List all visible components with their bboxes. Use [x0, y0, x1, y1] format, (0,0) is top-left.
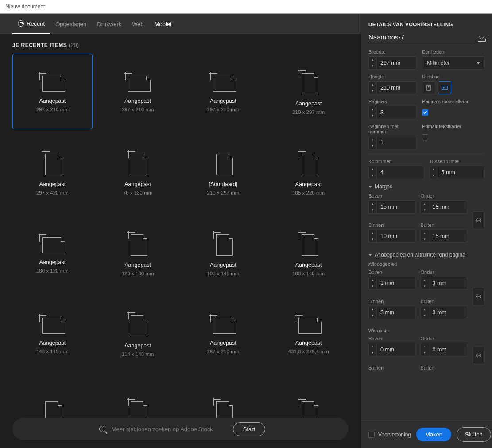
preset-item[interactable]: Aangepast297 x 210 mm	[183, 296, 263, 371]
margin-top-input[interactable]: ▲▼	[368, 200, 415, 214]
preset-item[interactable]: Aangepast70 x 130 mm	[98, 134, 178, 210]
orientation-landscape-button[interactable]	[438, 81, 451, 94]
bleed-section-toggle[interactable]: Afloopgebied en witruimte rond pagina	[368, 252, 485, 258]
preset-title: Aangepast	[124, 343, 151, 349]
preset-title: [Standaard]	[209, 181, 238, 187]
close-button[interactable]: Sluiten	[457, 427, 491, 442]
columns-label: Kolommen	[368, 159, 424, 164]
pages-input[interactable]: ▲▼	[368, 106, 417, 119]
preset-item[interactable]: Aangepast297 x 420 mm	[12, 134, 93, 210]
search-start-button[interactable]: Start	[233, 422, 265, 436]
tab-label: Drukwerk	[97, 21, 121, 27]
search-icon	[99, 426, 105, 432]
document-icon	[210, 315, 236, 334]
preset-title: Aangepast	[124, 262, 151, 268]
margin-bottom-input[interactable]: ▲▼	[421, 200, 468, 214]
bleed-subhead: Afloopgebied	[368, 261, 485, 267]
pages-label: Pagina's	[368, 99, 417, 104]
document-icon	[299, 151, 318, 175]
search-input[interactable]	[112, 426, 227, 432]
preset-dimensions: 180 x 120 mm	[36, 268, 69, 273]
margin-outside-input[interactable]: ▲▼	[421, 230, 468, 243]
bleed-top-input[interactable]: ▲▼	[368, 277, 415, 290]
preset-dimensions: 108 x 148 mm	[292, 271, 325, 276]
preview-checkbox-row[interactable]: Voorvertoning	[368, 432, 411, 438]
preset-item[interactable]: Aangepast108 x 148 mm	[268, 215, 349, 290]
create-button[interactable]: Maken	[416, 428, 451, 441]
primary-text-frame-label: Primair tekstkader	[422, 124, 485, 129]
height-input[interactable]: ▲▼	[368, 81, 417, 94]
slug-subhead: Witruimte	[368, 328, 485, 333]
document-name-input[interactable]: Naamloos-7	[368, 33, 474, 43]
preset-dimensions: 114 x 148 mm	[122, 351, 154, 357]
preset-title: Aangepast	[295, 181, 322, 187]
primary-text-frame-checkbox[interactable]	[422, 134, 428, 140]
document-icon	[39, 315, 65, 334]
margins-link-icon[interactable]	[473, 211, 485, 229]
preset-title: Aangepast	[295, 101, 322, 107]
preset-item[interactable]: Aangepast210 x 297 mm	[268, 54, 349, 129]
tab-drukwerk[interactable]: Drukwerk	[92, 14, 127, 34]
preset-title: Aangepast	[124, 98, 151, 104]
margin-inside-input[interactable]: ▲▼	[368, 230, 415, 243]
tab-mobiel[interactable]: Mobiel	[149, 14, 177, 34]
facing-pages-checkbox[interactable]	[422, 109, 428, 116]
svg-point-3	[443, 87, 445, 89]
document-icon	[299, 70, 318, 94]
tab-recent[interactable]: Recent	[12, 14, 50, 34]
units-select[interactable]: Millimeter	[422, 56, 485, 70]
preset-dimensions: 105 x 148 mm	[207, 271, 239, 276]
bleed-bottom-input[interactable]: ▲▼	[421, 277, 468, 290]
slug-bottom-input[interactable]: ▲▼	[421, 343, 468, 356]
preset-item[interactable]: Aangepast297 x 210 mm	[183, 54, 263, 129]
tab-label: Web	[132, 21, 144, 27]
start-number-input[interactable]: ▲▼	[368, 136, 417, 149]
preset-item[interactable]: Aangepast148 x 115 mm	[12, 296, 93, 371]
preset-item[interactable]: Aangepast431,8 x 279,4 mm	[268, 296, 349, 371]
orientation-label: Richting	[422, 74, 485, 79]
preset-title: Aangepast	[39, 181, 66, 187]
preset-dimensions: 210 x 297 mm	[292, 109, 325, 115]
margins-section-toggle[interactable]: Marges	[368, 183, 485, 190]
preset-dimensions: 148 x 115 mm	[36, 349, 69, 354]
slug-link-icon[interactable]	[473, 347, 485, 364]
tab-web[interactable]: Web	[127, 14, 149, 34]
bleed-inside-input[interactable]: ▲▼	[368, 306, 415, 319]
preset-grid: Aangepast297 x 210 mmAangepast297 x 210 …	[0, 54, 361, 448]
stock-search-bar: Start	[12, 418, 349, 440]
preset-item[interactable]: Aangepast105 x 148 mm	[183, 215, 263, 290]
width-input[interactable]: ▲▼	[368, 56, 417, 70]
gutter-label: Tussenruimte	[430, 159, 485, 164]
preset-item[interactable]: Aangepast297 x 210 mm	[12, 54, 93, 129]
preview-checkbox[interactable]	[368, 432, 375, 438]
preset-item[interactable]: [Standaard]210 x 297 mm	[183, 134, 263, 210]
details-header: DETAILS VAN VOORINSTELLING	[361, 14, 492, 31]
columns-input[interactable]: ▲▼	[368, 166, 424, 179]
preset-item[interactable]: Aangepast120 x 180 mm	[98, 215, 178, 290]
recent-items-header: JE RECENTE ITEMS (20)	[0, 34, 361, 54]
preset-dimensions: 120 x 180 mm	[122, 271, 154, 276]
bleed-outside-input[interactable]: ▲▼	[421, 306, 468, 319]
tab-opgeslagen[interactable]: Opgeslagen	[50, 14, 92, 34]
preset-item[interactable]: Aangepast297 x 210 mm	[98, 54, 178, 129]
save-preset-icon[interactable]	[478, 35, 485, 42]
preset-item[interactable]: Aangepast114 x 148 mm	[98, 296, 178, 371]
preset-dimensions: 297 x 210 mm	[122, 107, 154, 112]
width-label: Breedte	[368, 49, 417, 55]
document-icon	[213, 151, 233, 175]
orientation-portrait-button[interactable]	[422, 81, 435, 94]
preset-dimensions: 431,8 x 279,4 mm	[288, 349, 329, 354]
bleed-link-icon[interactable]	[473, 288, 485, 305]
document-icon	[296, 315, 322, 334]
preset-dimensions: 297 x 210 mm	[36, 107, 69, 112]
document-icon	[43, 151, 62, 175]
svg-rect-2	[442, 86, 447, 90]
gutter-input[interactable]: ▲▼	[430, 166, 485, 179]
preset-title: Aangepast	[210, 262, 236, 268]
preset-item[interactable]: Aangepast180 x 120 mm	[12, 215, 93, 290]
preset-item[interactable]: Aangepast105 x 220 mm	[268, 134, 349, 210]
preset-title: Aangepast	[39, 340, 66, 346]
slug-top-input[interactable]: ▲▼	[368, 343, 415, 356]
preset-title: Aangepast	[39, 98, 66, 104]
preset-title: Aangepast	[39, 259, 66, 265]
